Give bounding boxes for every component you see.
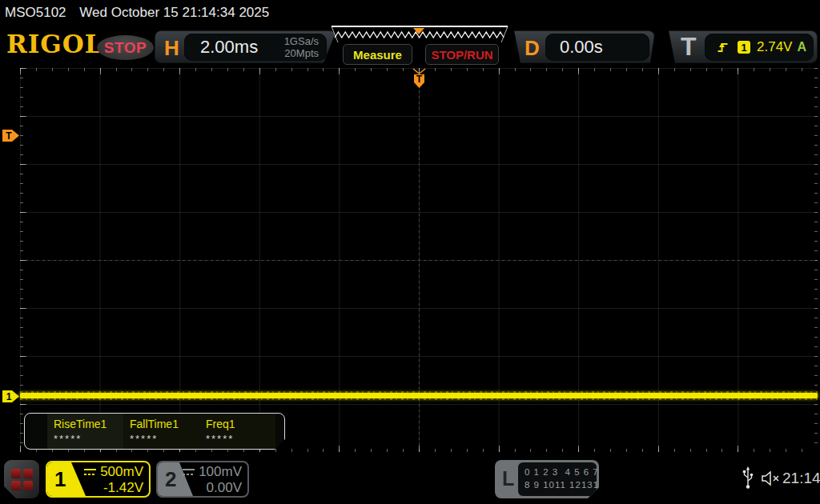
measurement-value: ***** [130, 433, 199, 445]
channel1-readout: 500mV -1.42V [84, 464, 143, 496]
delay-value: 0.00s [560, 37, 603, 58]
delay-readout: 0.00s [545, 34, 649, 61]
apps-menu-button[interactable] [4, 460, 39, 498]
measurement-item[interactable]: Freq1 ***** [199, 414, 275, 449]
trigger-readout: 1 2.74V A [705, 34, 814, 61]
digital-channels-readout: 0 1 2 3 4 5 6 7 8 9 1011 12131415 [518, 462, 597, 496]
trigger-level-label: T [6, 130, 12, 142]
delay-panel[interactable]: D 0.00s [504, 30, 655, 63]
speaker-muted-icon [761, 470, 782, 486]
timebase-value: 2.00ms [200, 37, 258, 58]
memory-depth: 20Mpts [284, 47, 319, 59]
measurement-name: RiseTime1 [54, 418, 123, 430]
trigger-icon: T [681, 32, 697, 62]
channel1-ground-label: 1 [6, 391, 12, 402]
datetime-label: Wed October 15 21:14:34 2025 [79, 5, 269, 20]
measurement-panel: RiseTime1 ***** FallTime1 ***** Freq1 **… [24, 413, 285, 450]
horizontal-readout: 2.00ms 1GSa/s 20Mpts [184, 34, 327, 61]
measurement-name: Freq1 [206, 418, 275, 430]
channel1-ground-marker[interactable]: 1 [2, 390, 20, 403]
digital-channels-row2: 8 9 1011 12131415 [525, 478, 597, 491]
digital-channels-row1: 0 1 2 3 4 5 6 7 [525, 466, 597, 478]
channel1-scale: 500mV [100, 464, 143, 479]
run-state-badge: STOP [97, 35, 154, 60]
measurement-value: ***** [206, 433, 275, 445]
titlebar: MSO5102 Wed October 15 21:14:34 2025 [0, 0, 820, 24]
waveform-overview[interactable] [328, 25, 511, 45]
usb-icon [742, 466, 754, 490]
model-label: MSO5102 [5, 5, 66, 20]
stop-run-button[interactable]: STOP/RUN [425, 44, 499, 65]
horizontal-icon: H [164, 36, 179, 61]
channel2-readout: 100mV 0.00V [183, 464, 242, 496]
trigger-position-marker[interactable]: T [411, 68, 428, 90]
clock-time: 21:14 [782, 470, 820, 487]
trigger-mode-indicator: A [797, 40, 806, 54]
channel1-offset: -1.42V [84, 480, 143, 496]
acquisition-info: 1GSa/s 20Mpts [284, 35, 319, 59]
channel2-scale: 100mV [199, 464, 242, 479]
channel2-button[interactable]: 2 100mV 0.00V [156, 461, 249, 498]
logic-analyzer-button[interactable]: L 0 1 2 3 4 5 6 7 8 9 1011 12131415 [495, 460, 599, 498]
trigger-level-value: 2.74V [757, 39, 792, 55]
measurement-name: FallTime1 [130, 418, 199, 430]
apps-grid-icon [11, 469, 33, 490]
trigger-position-label: T [416, 74, 423, 85]
trigger-level-marker[interactable]: T [2, 129, 20, 142]
delay-icon: D [525, 36, 540, 61]
trigger-slope-icon [716, 41, 730, 54]
horizontal-panel[interactable]: H 2.00ms 1GSa/s 20Mpts [155, 30, 336, 63]
measurement-item[interactable]: FallTime1 ***** [123, 414, 199, 449]
channel1-button[interactable]: 1 500mV -1.42V [46, 461, 151, 498]
trigger-source-badge: 1 [738, 41, 750, 54]
dc-coupling-icon [183, 469, 195, 476]
center-horizontal-gridline [20, 260, 818, 261]
trigger-panel[interactable]: T 1 2.74V A [659, 30, 818, 63]
dc-coupling-icon [84, 469, 96, 476]
channel1-trace [20, 393, 818, 398]
logic-analyzer-label: L [502, 467, 514, 490]
channel2-offset: 0.00V [183, 480, 242, 496]
graticule [20, 68, 818, 452]
sample-rate: 1GSa/s [284, 35, 319, 47]
measurement-value: ***** [54, 433, 123, 445]
rigol-logo: RIGOL [6, 30, 103, 58]
channel1-number: 1 [47, 462, 86, 496]
measure-button[interactable]: Measure [343, 44, 412, 65]
measurement-item[interactable]: RiseTime1 ***** [47, 414, 123, 449]
